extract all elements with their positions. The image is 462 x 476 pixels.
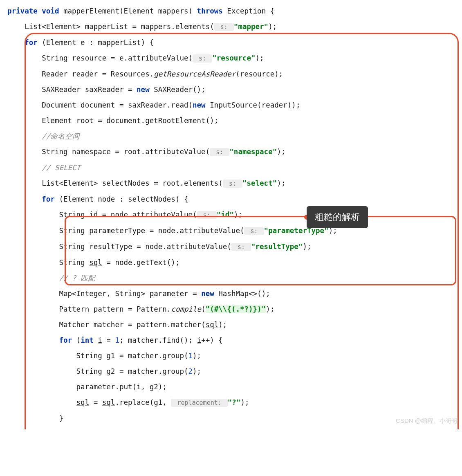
code-line: String namespace = root.attributeValue( …: [7, 144, 462, 160]
code-line: for (Element node : selectNodes) {: [7, 191, 462, 207]
code-line: Element root = document.getRootElement()…: [7, 113, 462, 128]
param-hint: s:: [210, 148, 229, 156]
comment: // SELECT: [42, 164, 81, 172]
code-line: Map<Integer, String> parameter = new Has…: [7, 286, 462, 301]
code-line: Document document = saxReader.read(new I…: [7, 97, 462, 113]
string-literal: "select": [242, 179, 277, 187]
param-hint: s:: [244, 227, 264, 235]
string-literal: "mapper": [234, 22, 268, 31]
code-line: String resource = e.attributeValue( s: "…: [7, 50, 462, 66]
keyword: throws: [197, 7, 223, 15]
param-hint: s:: [223, 180, 242, 188]
code-line: String parameterType = node.attributeVal…: [7, 223, 462, 239]
code-line: parameter.put(i, g2);: [7, 379, 462, 395]
comment: //命名空间: [42, 132, 80, 140]
code-line: String g2 = matcher.group(2);: [7, 364, 462, 379]
watermark: CSDN @编程、小哥哥: [396, 413, 458, 429]
param-hint: s:: [197, 211, 217, 219]
code-line: for (Element e : mapperList) {: [7, 35, 462, 50]
code-line: SAXReader saxReader = new SAXReader();: [7, 82, 462, 97]
code-line: String sql = node.getText();: [7, 255, 462, 270]
keyword: new: [137, 85, 150, 94]
code-line: // ? 匹配: [7, 270, 462, 286]
code-line: List<Element> selectNodes = root.element…: [7, 175, 462, 191]
string-literal: "resultType": [251, 242, 303, 251]
param-hint: replacement:: [171, 399, 227, 407]
code-line: Reader reader = Resources.getResourceAsR…: [7, 66, 462, 82]
string-literal: "namespace": [229, 148, 277, 156]
code-line: private void mapperElement(Element mappe…: [7, 3, 462, 19]
code-line: String resultType = node.attributeValue(…: [7, 239, 462, 255]
code-line: }: [7, 411, 462, 426]
code-line: //命名空间: [7, 128, 462, 144]
keyword: for: [25, 38, 38, 47]
code-line: Pattern pattern = Pattern.compile("(#\\{…: [7, 301, 462, 317]
keyword: new: [201, 290, 214, 298]
string-literal: "id": [217, 211, 234, 219]
code-line: // SELECT: [7, 160, 462, 175]
keyword: for: [42, 195, 55, 203]
code-line: String g1 = matcher.group(1);: [7, 348, 462, 364]
keyword: new: [193, 101, 206, 109]
keyword: int: [81, 336, 94, 344]
code-line: for (int i = 1; matcher.find(); i++) {: [7, 332, 462, 348]
param-hint: s:: [231, 243, 251, 251]
param-hint: s:: [214, 23, 234, 31]
code-line: List<Element> mapperList = mappers.eleme…: [7, 19, 462, 35]
string-literal: "parameterType": [264, 227, 329, 235]
code-line: sql = sql.replace(g1, replacement: "?");: [7, 395, 462, 411]
keyword: for: [59, 336, 72, 344]
code-line: Matcher matcher = pattern.matcher(sql);: [7, 317, 462, 332]
comment: // ? 匹配: [59, 274, 95, 282]
param-hint: s:: [193, 54, 212, 63]
string-literal: "(#\\{(.*?)})": [206, 305, 266, 313]
annotation-dot: [304, 215, 309, 220]
code-line: String id = node.attributeValue( s: "id"…: [7, 207, 462, 223]
keyword: private void: [7, 7, 59, 15]
string-literal: "resource": [212, 54, 255, 62]
string-literal: "?": [228, 398, 241, 406]
